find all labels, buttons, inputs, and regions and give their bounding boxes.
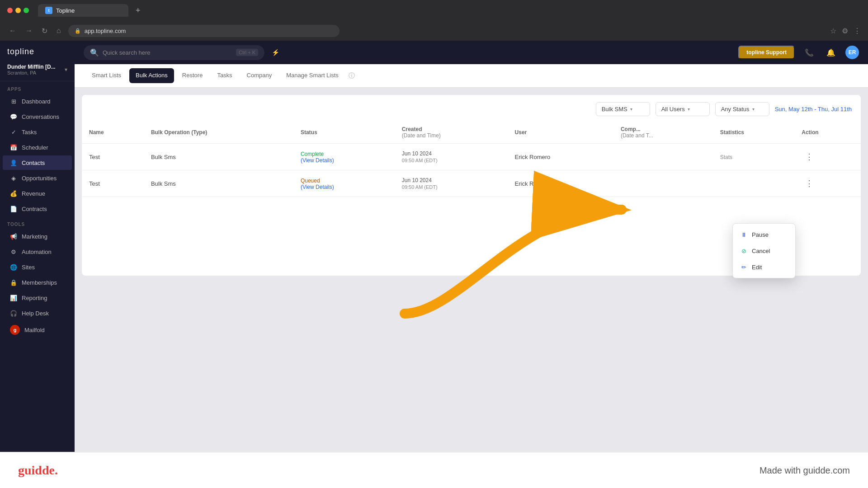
apps-label: Apps	[0, 81, 75, 94]
row-created: Jun 10 2024 09:50 AM (EDT)	[395, 170, 508, 197]
sidebar-item-revenue[interactable]: 💰 Revenue	[3, 186, 72, 201]
row-name: Test	[82, 144, 144, 170]
forward-button[interactable]: →	[24, 25, 34, 37]
content-area: Bulk SMS ▾ All Users ▾ Any Status ▾ Sun,…	[75, 88, 868, 488]
dropdown-item-label: Edit	[752, 264, 762, 271]
sidebar-item-label: Memberships	[22, 279, 57, 286]
search-bar[interactable]: 🔍 Quick search here Ctrl + K	[84, 45, 264, 60]
row-created: Jun 10 2024 09:50 AM (EDT)	[395, 144, 508, 170]
view-details-link[interactable]: (View Details)	[301, 184, 387, 190]
tasks-icon: ✓	[10, 128, 17, 136]
bell-icon[interactable]: 🔔	[824, 45, 838, 60]
sidebar-item-conversations[interactable]: 💬 Conversations	[3, 109, 72, 124]
refresh-button[interactable]: ↻	[40, 25, 49, 37]
browser-dots	[7, 8, 29, 13]
sidebar-item-contracts[interactable]: 📄 Contracts	[3, 202, 72, 216]
sidebar-item-marketing[interactable]: 📢 Marketing	[3, 229, 72, 244]
sidebar-item-sites[interactable]: 🌐 Sites	[3, 260, 72, 274]
sidebar: topline Dunder Mifflin [D... Scranton, P…	[0, 41, 75, 488]
address-bar[interactable]: 🔒 app.topline.com	[68, 25, 340, 37]
sidebar-item-tasks[interactable]: ✓ Tasks	[3, 125, 72, 139]
mailfold-icon: g	[10, 325, 20, 335]
contracts-icon: 📄	[10, 205, 17, 212]
company-chevron-icon[interactable]: ▾	[65, 66, 67, 73]
action-dropdown-menu: ⏸ Pause ⊘ Cancel ✏ Edit	[732, 223, 796, 278]
tab-smart-lists[interactable]: Smart Lists	[85, 66, 127, 86]
opportunities-icon: ◈	[10, 174, 17, 182]
view-details-link[interactable]: (View Details)	[301, 157, 387, 164]
col-user: User	[508, 122, 613, 144]
row-completed	[613, 170, 713, 197]
helpdesk-icon: 🎧	[10, 310, 17, 317]
bulk-type-filter[interactable]: Bulk SMS ▾	[596, 102, 650, 116]
chevron-down-icon: ▾	[688, 107, 690, 112]
marketing-icon: 📢	[10, 233, 17, 240]
support-button[interactable]: topline Support	[738, 46, 795, 59]
filter-label: All Users	[661, 106, 685, 113]
date-range-filter[interactable]: Sun, May 12th - Thu, Jul 11th	[775, 106, 852, 113]
sidebar-item-label: Reporting	[22, 295, 47, 301]
tab-tasks[interactable]: Tasks	[211, 66, 238, 86]
page-tabs: Smart Lists Bulk Actions Restore Tasks C…	[75, 64, 868, 88]
dropdown-item-edit[interactable]: ✏ Edit	[733, 259, 795, 275]
search-shortcut: Ctrl + K	[236, 49, 258, 56]
row-statistics: Stats	[713, 144, 795, 170]
col-completed: Comp...(Date and T...	[613, 122, 713, 144]
extensions-icon[interactable]: ⚙	[842, 27, 848, 35]
automation-icon: ⚙	[10, 248, 17, 255]
sidebar-item-scheduler[interactable]: 📅 Scheduler	[3, 140, 72, 155]
phone-icon[interactable]: 📞	[802, 45, 816, 60]
user-filter[interactable]: All Users ▾	[656, 102, 710, 116]
status-filter[interactable]: Any Status ▾	[715, 102, 769, 116]
sidebar-item-memberships[interactable]: 🔒 Memberships	[3, 275, 72, 290]
url-text: app.topline.com	[85, 28, 126, 34]
row-status: Complete (View Details)	[293, 144, 395, 170]
conversations-icon: 💬	[10, 113, 17, 120]
tab-company[interactable]: Company	[241, 66, 278, 86]
row-operation: Bulk Sms	[144, 170, 293, 197]
dropdown-item-pause[interactable]: ⏸ Pause	[733, 226, 795, 243]
dot-green[interactable]	[24, 8, 29, 13]
action-dots-button[interactable]: ⋮	[802, 150, 817, 164]
app-container: topline Dunder Mifflin [D... Scranton, P…	[0, 41, 868, 488]
sites-icon: 🌐	[10, 263, 17, 271]
edit-icon: ✏	[740, 263, 747, 271]
tab-favicon: t	[45, 7, 52, 14]
sidebar-item-opportunities[interactable]: ◈ Opportunities	[3, 171, 72, 185]
browser-actions: ☆ ⚙ ⋮	[830, 27, 861, 35]
sidebar-item-helpdesk[interactable]: 🎧 Help Desk	[3, 306, 72, 320]
browser-titlebar: t Topline +	[0, 0, 868, 21]
menu-icon[interactable]: ⋮	[854, 27, 861, 35]
sidebar-item-dashboard[interactable]: ⊞ Dashboard	[3, 94, 72, 108]
sidebar-item-reporting[interactable]: 📊 Reporting	[3, 291, 72, 305]
tab-bulk-actions[interactable]: Bulk Actions	[129, 68, 174, 83]
table-wrapper: Name Bulk Operation (Type) Status Create…	[82, 122, 861, 206]
dropdown-item-label: Cancel	[752, 248, 770, 254]
new-tab-button[interactable]: +	[136, 6, 141, 15]
row-action: ⋮	[794, 170, 861, 197]
dot-red[interactable]	[7, 8, 13, 13]
sidebar-item-label: Mailfold	[24, 327, 45, 333]
tab-manage-smart-lists[interactable]: Manage Smart Lists	[280, 66, 345, 86]
star-icon[interactable]: ☆	[830, 27, 836, 35]
sidebar-item-mailfold[interactable]: g Mailfold	[3, 321, 72, 338]
dot-yellow[interactable]	[15, 8, 21, 13]
guidde-logo: guidde.	[18, 463, 58, 478]
search-icon: 🔍	[90, 48, 99, 57]
user-avatar[interactable]: ER	[845, 46, 859, 59]
company-section: Dunder Mifflin [D... Scranton, PA ▾	[0, 60, 75, 81]
browser-tab[interactable]: t Topline	[38, 4, 128, 17]
sidebar-item-automation[interactable]: ⚙ Automation	[3, 244, 72, 259]
sidebar-item-label: Conversations	[22, 113, 59, 120]
action-dots-button[interactable]: ⋮	[802, 177, 817, 190]
status-badge: Queued	[301, 178, 320, 184]
sidebar-item-contacts[interactable]: 👤 Contacts	[3, 155, 72, 170]
dropdown-item-label: Pause	[752, 231, 769, 238]
home-button[interactable]: ⌂	[55, 25, 63, 37]
tab-restore[interactable]: Restore	[176, 66, 209, 86]
info-icon[interactable]: ⓘ	[349, 72, 355, 80]
dashboard-icon: ⊞	[10, 98, 17, 105]
dropdown-item-cancel[interactable]: ⊘ Cancel	[733, 243, 795, 259]
back-button[interactable]: ←	[7, 25, 18, 37]
guidde-footer: guidde. Made with guidde.com	[0, 452, 868, 488]
